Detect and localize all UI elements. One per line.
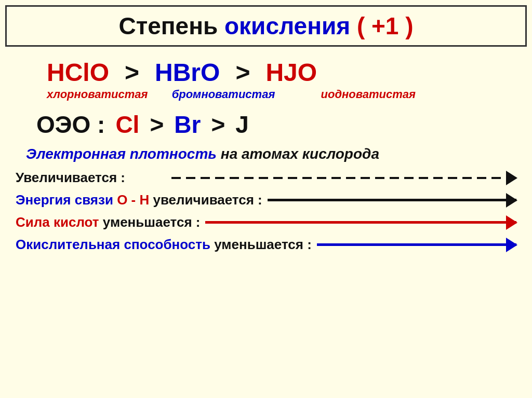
header-part2: окисления <box>224 12 350 39</box>
oxidizing-black: уменьшается : <box>214 237 312 252</box>
header-part1: Степень <box>118 12 218 39</box>
energy-label: Энергия связи О - Н увеличивается : <box>16 192 262 208</box>
black-arrow-container <box>262 199 516 201</box>
header-part3: ( +1 ) <box>357 12 414 39</box>
energy-oh: О - Н <box>117 192 149 208</box>
oeo-label: ОЭО : <box>36 111 105 139</box>
dashed-arrow-container <box>166 177 516 179</box>
oxidizing-blue: Окислительная способность <box>16 237 210 252</box>
red-arrow <box>205 221 516 224</box>
greater-1: > <box>125 58 139 87</box>
oxidizing-row: Окислительная способность уменьшается : <box>16 232 516 255</box>
acid-black: уменьшается : <box>103 214 201 230</box>
element-j: J <box>235 111 249 139</box>
energy-black: увеличивается : <box>153 192 262 208</box>
oeo-greater-1: > <box>150 111 164 139</box>
hbro-label: бромноватистая <box>171 88 275 101</box>
element-cl: Cl <box>115 111 139 139</box>
acid-label: Сила кислот уменьшается : <box>16 214 200 230</box>
greater-2: > <box>235 58 250 87</box>
page-header: Степень окисления ( +1 ) <box>5 5 527 47</box>
dashed-arrow <box>171 177 516 179</box>
compounds-row: HClO > HBrO > HJO <box>16 52 516 88</box>
energy-blue: Энергия связи <box>16 192 113 208</box>
oeo-row: ОЭО : Cl > Br > J <box>16 106 516 143</box>
main-content: HClO > HBrO > HJO хлорноватистая бромнов… <box>0 49 532 398</box>
ed-black-text: на атомах кислорода <box>221 146 379 162</box>
blue-arrow-container <box>312 243 516 246</box>
black-arrow <box>268 199 516 201</box>
hclo-compound: HClO <box>47 58 109 87</box>
acid-strength-row: Сила кислот уменьшается : <box>16 210 516 232</box>
energy-row: Энергия связи О - Н увеличивается : <box>16 188 516 210</box>
hbro-compound: HBrO <box>155 58 220 87</box>
compound-labels-row: хлорноватистая бромноватистая иодноватис… <box>16 88 516 106</box>
ed-blue-text: Электронная плотность <box>26 146 217 162</box>
increases-row: Увеличивается : <box>16 166 516 188</box>
oxidizing-label: Окислительная способность уменьшается : <box>16 237 312 253</box>
red-arrow-container <box>200 221 516 224</box>
hclo-label: хлорноватистая <box>47 88 130 101</box>
hjo-label: иодноватистая <box>312 88 416 101</box>
element-br: Br <box>174 111 201 139</box>
hjo-compound: HJO <box>265 58 317 87</box>
oeo-greater-2: > <box>211 111 225 139</box>
acid-red: Сила кислот <box>16 214 99 230</box>
electronic-density-row: Электронная плотность на атомах кислород… <box>16 143 516 166</box>
blue-arrow <box>317 243 516 246</box>
increases-label: Увеличивается : <box>16 170 166 186</box>
